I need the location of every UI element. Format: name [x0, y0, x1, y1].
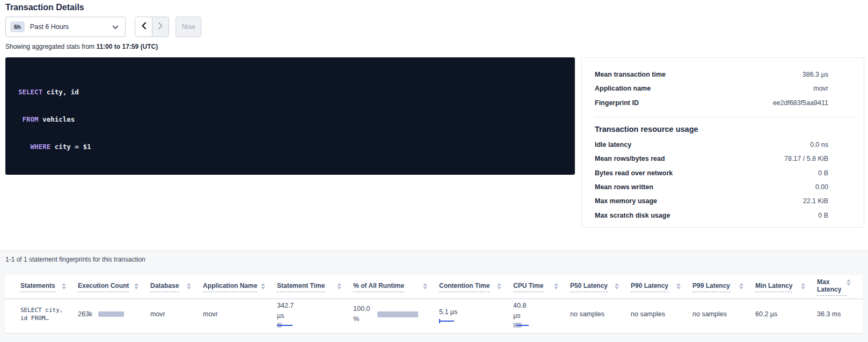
contention-time-cell: 5.1 µs — [439, 307, 513, 322]
sql-line: FROM vehicles — [18, 115, 562, 124]
summary-value: 0.0 ns — [810, 141, 828, 148]
sort-icon — [497, 283, 501, 289]
summary-value: 386.3 µs — [803, 71, 828, 78]
summary-label: Application name — [595, 85, 813, 92]
column-header-statements[interactable]: Statements — [20, 282, 78, 292]
summary-value: 0 B — [818, 169, 828, 177]
summary-label: Mean transaction time — [595, 71, 803, 78]
summary-value: movr — [813, 85, 828, 92]
prev-time-button[interactable] — [135, 17, 152, 36]
summary-value: 0.00 — [815, 183, 828, 191]
summary-label: Bytes read over network — [595, 169, 818, 177]
p50-latency-cell: no samples — [570, 310, 631, 318]
sql-line: SELECT city, id — [18, 87, 562, 96]
column-header-cpu-time[interactable]: CPU Time — [513, 282, 570, 292]
chevron-left-icon — [141, 22, 147, 32]
summary-label: Idle latency — [595, 141, 810, 148]
column-header-max-latency[interactable]: Max Latency — [817, 278, 863, 296]
cpu-time-cell: 40.8 µs — [513, 301, 570, 328]
summary-label: Fingerprint ID — [595, 99, 773, 107]
sort-icon — [62, 283, 66, 289]
statement-link[interactable]: SELECT city,id FROM… — [20, 306, 78, 322]
column-header-p50-latency[interactable]: P50 Latency — [570, 282, 631, 292]
time-range-label: Past 6 Hours — [30, 23, 112, 31]
time-range-badge: 6h — [10, 21, 25, 32]
chevron-down-icon — [112, 22, 119, 32]
column-header-p99-latency[interactable]: P99 Latency — [692, 282, 755, 292]
time-toolbar: 6h Past 6 Hours Now — [5, 17, 201, 37]
statements-table-header: Statements Execution Count Database Appl… — [5, 275, 863, 299]
summary-row: Max scratch disk usage 0 B — [582, 208, 864, 222]
summary-value: ee2df683f5aa9411 — [773, 99, 828, 107]
time-nav-group — [135, 17, 169, 37]
sort-icon — [187, 283, 191, 289]
summary-row: Idle latency 0.0 ns — [582, 138, 864, 152]
sort-icon — [676, 283, 681, 289]
column-header-execution-count[interactable]: Execution Count — [78, 282, 150, 292]
database-cell: movr — [150, 310, 203, 318]
sort-icon — [337, 283, 341, 289]
column-header-statement-time[interactable]: Statement Time — [277, 282, 353, 292]
summary-value: 78.17 / 5.8 KiB — [784, 155, 828, 162]
next-time-button[interactable] — [152, 17, 169, 36]
max-latency-cell: 36.3 ms — [817, 310, 863, 318]
statement-time-bar — [277, 323, 307, 328]
execution-count-bar — [98, 311, 124, 317]
statement-row: SELECT city,id FROM… 263k movr movr 342.… — [5, 299, 863, 329]
fingerprint-count-text: 1-1 of 1 statement fingerprints for this… — [5, 256, 145, 263]
summary-row: Max memory usage 22.1 KiB — [582, 194, 864, 208]
summary-row: Bytes read over network 0 B — [582, 166, 864, 180]
p90-latency-cell: no samples — [631, 310, 692, 318]
chevron-right-icon — [158, 22, 163, 32]
column-header-p90-latency[interactable]: P90 Latency — [631, 282, 692, 292]
statements-section: 1-1 of 1 statement fingerprints for this… — [0, 250, 868, 342]
p99-latency-cell: no samples — [692, 310, 755, 318]
time-range-dropdown[interactable]: 6h Past 6 Hours — [5, 17, 126, 37]
column-header-contention-time[interactable]: Contention Time — [439, 282, 513, 292]
summary-label: Max scratch disk usage — [595, 212, 818, 219]
column-header-pct-runtime[interactable]: % of All Runtime — [353, 282, 439, 292]
statement-time-cell: 342.7 µs — [277, 301, 353, 328]
summary-value: 22.1 KiB — [803, 197, 828, 205]
column-header-application-name[interactable]: Application Name — [203, 282, 277, 292]
pct-runtime-cell: 100.0% — [353, 304, 439, 324]
summary-row: Mean transaction time 386.3 µs — [582, 68, 864, 81]
column-header-database[interactable]: Database — [150, 282, 203, 292]
stats-note-range: 11:00 to 17:59 (UTC) — [96, 43, 158, 50]
summary-label: Mean rows written — [595, 183, 815, 191]
column-header-min-latency[interactable]: Min Latency — [755, 282, 817, 292]
summary-row: Application name movr — [582, 81, 864, 95]
transaction-details-page: Transaction Details 6h Past 6 Hours Now … — [0, 0, 868, 342]
transaction-summary-card: Mean transaction time 386.3 µs Applicati… — [581, 57, 864, 228]
summary-label: Max memory usage — [595, 197, 803, 205]
execution-count-cell: 263k — [78, 310, 150, 318]
contention-time-bar — [439, 321, 454, 322]
sort-icon — [801, 283, 805, 289]
summary-row: Mean rows/bytes read 78.17 / 5.8 KiB — [582, 152, 864, 166]
page-title: Transaction Details — [5, 3, 84, 12]
sort-icon — [261, 283, 265, 289]
sql-statement-box: SELECT city, id FROM vehicles WHERE city… — [5, 57, 575, 175]
resource-usage-title: Transaction resource usage — [582, 117, 864, 138]
cpu-time-bar — [513, 323, 543, 328]
aggregated-stats-note: Showing aggregated stats from 11:00 to 1… — [5, 43, 158, 50]
summary-row: Fingerprint ID ee2df683f5aa9411 — [582, 96, 864, 110]
application-name-cell: movr — [203, 310, 277, 318]
sort-icon — [554, 283, 558, 289]
sort-icon — [739, 283, 743, 289]
sort-icon — [847, 279, 851, 286]
min-latency-cell: 60.2 µs — [755, 310, 817, 318]
sort-icon — [423, 283, 427, 289]
summary-row: Mean rows written 0.00 — [582, 180, 864, 194]
sort-icon — [134, 283, 138, 289]
statements-table: Statements Execution Count Database Appl… — [5, 275, 863, 333]
now-button[interactable]: Now — [176, 17, 201, 37]
pct-runtime-bar — [377, 311, 418, 317]
sql-line: WHERE city = $1 — [18, 142, 562, 151]
sort-icon — [615, 283, 619, 289]
summary-label: Mean rows/bytes read — [595, 155, 784, 162]
summary-value: 0 B — [818, 212, 828, 219]
